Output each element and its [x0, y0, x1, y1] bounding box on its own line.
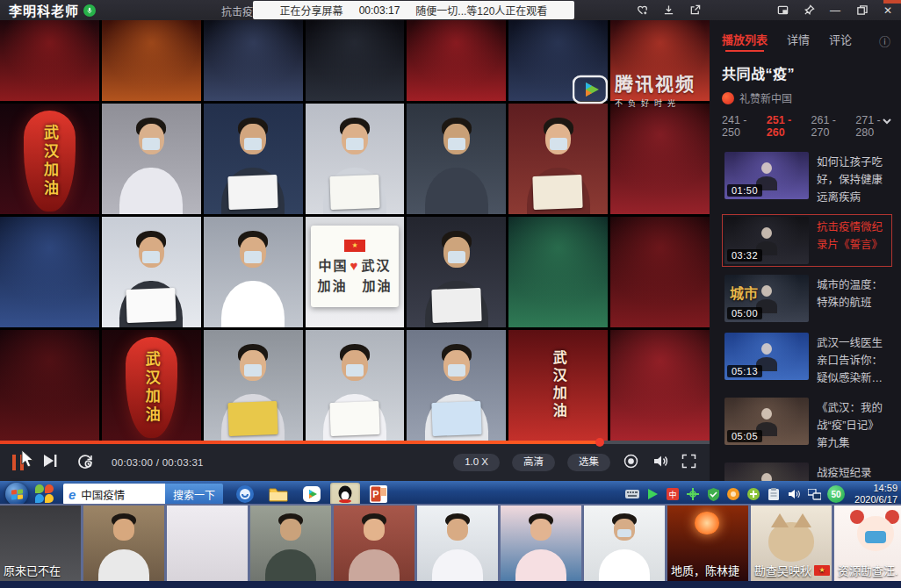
- like-icon[interactable]: [629, 0, 655, 20]
- video-cell: [508, 104, 608, 214]
- info-icon[interactable]: ⓘ: [879, 32, 890, 49]
- series-badge-icon: [722, 92, 734, 104]
- quality-button[interactable]: 高清: [512, 454, 555, 471]
- person-figure: [204, 104, 303, 214]
- playlist-item[interactable]: 城市05:00城市的温度：特殊的航班: [722, 272, 892, 325]
- dict-tray-icon[interactable]: 中: [666, 487, 680, 501]
- watermark-brand: 腾讯视频: [615, 69, 696, 96]
- torso: [265, 549, 317, 581]
- network-tray-icon[interactable]: [807, 487, 821, 501]
- start-button[interactable]: [5, 483, 28, 506]
- episodes-button[interactable]: 选集: [567, 454, 610, 471]
- torso: [221, 281, 285, 327]
- tab-playlist[interactable]: 播放列表: [722, 31, 768, 52]
- next-episode-button[interactable]: [41, 452, 59, 473]
- playlist-item[interactable]: 03:32抗击疫情微纪录片《誓言》: [722, 214, 892, 267]
- svg-text:中: 中: [668, 490, 676, 499]
- tab-details[interactable]: 详情: [787, 31, 810, 52]
- webcam-tile[interactable]: [83, 506, 164, 581]
- webcam-tile[interactable]: 资源勘查汪.: [834, 506, 901, 581]
- duration-badge: 03:32: [727, 249, 762, 262]
- qq-app-icon[interactable]: [330, 483, 360, 506]
- webcam-tile[interactable]: [417, 506, 498, 581]
- lantern-banner: 武汉加油: [508, 330, 608, 441]
- range-261-270[interactable]: 261 - 270: [811, 114, 845, 139]
- webcam-name-label: 地质，陈林捷: [671, 562, 739, 578]
- sun-icon: [695, 512, 719, 534]
- settings-icon[interactable]: [623, 453, 639, 473]
- torso: [515, 549, 567, 581]
- cat-figure: [768, 522, 814, 562]
- webcam-tile[interactable]: 原来已不在: [0, 506, 81, 581]
- svg-text:P: P: [372, 489, 378, 499]
- volume-tray-icon[interactable]: [787, 487, 801, 501]
- titlebar-icons: — ✕: [629, 0, 901, 20]
- minimize-button[interactable]: —: [822, 0, 848, 20]
- volume-icon[interactable]: [652, 453, 668, 473]
- clipboard-tray-icon[interactable]: [767, 487, 781, 501]
- torso: [425, 168, 488, 214]
- duration-badge: 05:00: [727, 307, 762, 319]
- pinwheel-app-icon[interactable]: [35, 484, 54, 504]
- held-sign: [533, 175, 584, 210]
- webcam-tile[interactable]: 地质，陈林捷: [667, 506, 748, 581]
- webcam-tile[interactable]: [334, 506, 414, 581]
- money-plus-tray-icon[interactable]: [746, 487, 760, 501]
- video-cell: [508, 217, 608, 327]
- video-cell: [306, 330, 405, 441]
- webcam-tile[interactable]: [501, 506, 581, 581]
- webcam-tile[interactable]: [250, 506, 331, 581]
- video-cell: [102, 217, 201, 327]
- microphone-icon[interactable]: [83, 4, 96, 17]
- webcam-strip: 原来已不在地质，陈林捷勘查吴映秋★资源勘查汪.: [0, 504, 901, 588]
- pin-icon[interactable]: [796, 0, 822, 20]
- security-orange-tray-icon[interactable]: [726, 487, 740, 501]
- tencent-video-app-icon[interactable]: [297, 483, 327, 506]
- download-icon[interactable]: [655, 0, 681, 20]
- controls-right: 1.0 X 高清 选集: [453, 444, 697, 481]
- playlist-item[interactable]: 05:05战疫短纪录片：城市的温度·“外卖”不卖: [722, 460, 892, 481]
- person-figure: [204, 330, 303, 441]
- speed-button[interactable]: 1.0 X: [453, 454, 500, 471]
- video-surface[interactable]: 武汉加油★中国♥武汉加油 加油武汉加油武汉加油 腾讯视频 不负好时光: [0, 20, 710, 441]
- playlist-item[interactable]: 05:13武汉一线医生亲口告诉你：疑似感染新…: [722, 330, 892, 390]
- range-251-260[interactable]: 251 - 260: [767, 114, 800, 139]
- range-241-250[interactable]: 241 - 250: [722, 114, 755, 139]
- share-timer: 00:03:17: [359, 4, 400, 17]
- series-name[interactable]: 礼赞新中国: [739, 90, 792, 105]
- viewer-count: 随便一切...等120人正在观看: [415, 3, 547, 18]
- search-input[interactable]: e 中国疫情: [63, 484, 165, 505]
- webcam-tile[interactable]: [167, 506, 248, 581]
- search-button[interactable]: 搜索一下: [165, 484, 223, 505]
- maximize-button[interactable]: [848, 0, 875, 20]
- keyboard-icon[interactable]: [625, 487, 639, 501]
- share-icon[interactable]: [681, 0, 708, 20]
- share-status: 正在分享屏幕: [280, 3, 343, 18]
- tab-comments[interactable]: 评论: [829, 31, 852, 52]
- shield-tray-icon[interactable]: [706, 487, 720, 501]
- taskbar-clock[interactable]: 14:59 2020/6/17: [854, 483, 897, 506]
- powerpoint-app-icon[interactable]: P: [364, 483, 393, 506]
- playlist-item[interactable]: 01:50如何让孩子吃好，保持健康远离疾病: [722, 149, 892, 209]
- folder-icon[interactable]: [263, 483, 293, 506]
- media-play-tray-icon[interactable]: [645, 487, 660, 501]
- webcam-tile[interactable]: 勘查吴映秋★: [751, 506, 832, 581]
- loop-timer-icon[interactable]: [76, 452, 94, 473]
- score-ball[interactable]: 50: [827, 485, 845, 503]
- webcam-tile[interactable]: [584, 506, 665, 581]
- head: [280, 519, 301, 540]
- fullscreen-icon[interactable]: [681, 453, 697, 473]
- playlist-item[interactable]: 05:05《武汉：我的战“疫”日记》第九集: [722, 395, 892, 455]
- face-mask: [244, 138, 262, 150]
- tencent-video-watermark: 腾讯视频 不负好时光: [573, 69, 696, 109]
- screen: 李明科老师 抗击疫 正在分享屏幕 00:03:17 随便一切...等120人正在…: [0, 0, 901, 588]
- blue-app-icon[interactable]: [230, 483, 260, 506]
- chevron-down-icon[interactable]: [882, 116, 892, 129]
- video-cell: [407, 104, 506, 214]
- torso: [349, 549, 400, 581]
- shared-window-title: 抗击疫: [221, 4, 253, 18]
- duration-badge: 01:50: [727, 184, 762, 197]
- annotation-icon[interactable]: [769, 0, 796, 20]
- tower-text: 武汉加油: [39, 125, 61, 198]
- target-tray-icon[interactable]: [686, 487, 700, 501]
